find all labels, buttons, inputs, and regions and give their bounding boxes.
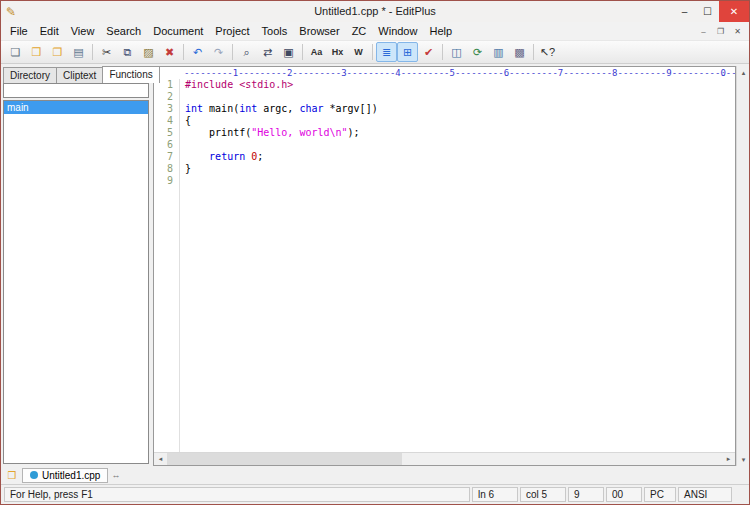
menu-item-document[interactable]: Document	[147, 23, 209, 39]
mdi-restore-button[interactable]: ❐	[712, 27, 729, 36]
toolbar-separator	[232, 44, 233, 60]
editplus-window: ✎ Untitled1.cpp * - EditPlus – ☐ ✕ FileE…	[0, 0, 750, 505]
minimize-button[interactable]: –	[673, 1, 696, 22]
code-line[interactable]: }	[185, 163, 735, 175]
folder-icon[interactable]: ❒	[4, 470, 20, 481]
replace-button[interactable]: ⇄	[257, 42, 278, 62]
mdi-minimize-button[interactable]: –	[695, 27, 712, 36]
horizontal-scroll-thumb[interactable]	[167, 453, 402, 465]
code-line[interactable]: {	[185, 115, 735, 127]
undo-button[interactable]: ↶	[187, 42, 208, 62]
status-total-lines: 9	[568, 487, 604, 502]
copy-button[interactable]: ⧉	[117, 42, 138, 62]
app-icon: ✎	[6, 5, 16, 19]
title-bar[interactable]: ✎ Untitled1.cpp * - EditPlus – ☐ ✕	[1, 1, 749, 22]
fullscreen-icon: ▩	[514, 47, 524, 58]
sidebar-tab-functions[interactable]: Functions	[102, 66, 159, 83]
fullscreen-button[interactable]: ▩	[509, 42, 530, 62]
sidebar: DirectoryCliptextFunctions main	[3, 66, 149, 466]
menu-item-window[interactable]: Window	[372, 23, 423, 39]
code-line[interactable]	[185, 139, 735, 151]
ruler-button[interactable]: ⊞	[397, 42, 418, 62]
word-wrap-button[interactable]: W	[348, 42, 369, 62]
new-browser-window-button[interactable]: ▥	[488, 42, 509, 62]
find-in-files-icon: ▣	[283, 47, 293, 58]
document-tab[interactable]: Untitled1.cpp	[22, 468, 108, 483]
context-help-button[interactable]: ↖?	[537, 42, 558, 62]
menu-item-help[interactable]: Help	[423, 23, 458, 39]
hex-viewer-button[interactable]: Hx	[327, 42, 348, 62]
scroll-up-icon[interactable]: ▴	[737, 66, 750, 79]
print-button[interactable]: ▤	[68, 42, 89, 62]
sidebar-tab-cliptext[interactable]: Cliptext	[56, 67, 103, 83]
redo-button[interactable]: ↷	[208, 42, 229, 62]
browser-sync-button[interactable]: ⟳	[467, 42, 488, 62]
line-number: 2	[154, 91, 173, 103]
copy-icon: ⧉	[124, 47, 132, 58]
mdi-close-button[interactable]: ✕	[729, 27, 746, 36]
code-line[interactable]: return 0;	[185, 151, 735, 163]
code-segment: }	[185, 163, 191, 174]
browser-view-button[interactable]: ◫	[446, 42, 467, 62]
save-icon: ❐	[53, 47, 63, 58]
vertical-scrollbar[interactable]: ▴ ▾	[736, 66, 749, 466]
context-help-icon: ↖?	[540, 47, 555, 58]
undo-icon: ↶	[193, 47, 202, 58]
code-line[interactable]	[185, 91, 735, 103]
spell-check-icon: ✔	[424, 47, 433, 58]
tab-scroll-icon[interactable]: ↔	[111, 470, 120, 480]
menu-item-view[interactable]: View	[65, 23, 101, 39]
find-icon: ⌕	[243, 47, 249, 58]
code-line[interactable]: int main(int argc, char *argv[])	[185, 103, 735, 115]
find-button[interactable]: ⌕	[236, 42, 257, 62]
code-segment: argc,	[257, 103, 299, 114]
menu-item-search[interactable]: Search	[100, 23, 147, 39]
open-folder-button[interactable]: ❒	[26, 42, 47, 62]
function-list-item[interactable]: main	[4, 101, 148, 114]
code-segment: int	[239, 103, 257, 114]
code-segment: {	[185, 115, 191, 126]
menu-item-tools[interactable]: Tools	[256, 23, 294, 39]
find-in-files-button[interactable]: ▣	[278, 42, 299, 62]
sidebar-tabs: DirectoryCliptextFunctions	[3, 66, 149, 83]
scroll-track[interactable]	[402, 453, 722, 465]
sidebar-tab-directory[interactable]: Directory	[3, 67, 57, 83]
vertical-scroll-track[interactable]	[737, 79, 749, 453]
menu-item-project[interactable]: Project	[209, 23, 255, 39]
menu-item-file[interactable]: File	[4, 23, 34, 39]
code-line[interactable]: #include <stdio.h>	[185, 79, 735, 91]
new-document-button[interactable]: ❏	[5, 42, 26, 62]
toolbar-separator	[372, 44, 373, 60]
menu-item-edit[interactable]: Edit	[34, 23, 65, 39]
spell-check-button[interactable]: ✔	[418, 42, 439, 62]
menu-item-zc[interactable]: ZC	[346, 23, 373, 39]
close-button[interactable]: ✕	[719, 1, 749, 22]
maximize-button[interactable]: ☐	[696, 1, 719, 22]
scroll-down-icon[interactable]: ▾	[737, 453, 750, 466]
delete-button[interactable]: ✖	[159, 42, 180, 62]
toolbar-separator	[302, 44, 303, 60]
scroll-left-icon[interactable]: ◂	[154, 453, 167, 465]
menu-item-browser[interactable]: Browser	[293, 23, 345, 39]
code-segment: ;	[257, 151, 263, 162]
save-button[interactable]: ❐	[47, 42, 68, 62]
browser-sync-icon: ⟳	[473, 47, 482, 58]
code-area[interactable]: #include <stdio.h> int main(int argc, ch…	[180, 79, 735, 452]
horizontal-scrollbar[interactable]: ◂ ▸	[154, 452, 735, 465]
cut-button[interactable]: ✂	[96, 42, 117, 62]
code-segment: printf(	[185, 127, 251, 138]
line-number: 8	[154, 163, 173, 175]
function-filter-input[interactable]	[3, 83, 149, 98]
change-case-button[interactable]: Aa	[306, 42, 327, 62]
line-numbers-button[interactable]: ≣	[376, 42, 397, 62]
scroll-right-icon[interactable]: ▸	[722, 453, 735, 465]
window-title: Untitled1.cpp * - EditPlus	[1, 1, 749, 22]
new-document-icon: ❏	[11, 47, 21, 58]
code-line[interactable]	[185, 175, 735, 187]
toolbar: ❏❒❐▤✂⧉▨✖↶↷⌕⇄▣AaHxW≣⊞✔◫⟳▥▩↖?	[1, 40, 749, 64]
code-line[interactable]: printf("Hello, world\n");	[185, 127, 735, 139]
paste-button[interactable]: ▨	[138, 42, 159, 62]
hex-viewer-icon: Hx	[332, 48, 344, 57]
line-numbers-icon: ≣	[382, 47, 391, 58]
resize-grip[interactable]	[734, 487, 746, 502]
